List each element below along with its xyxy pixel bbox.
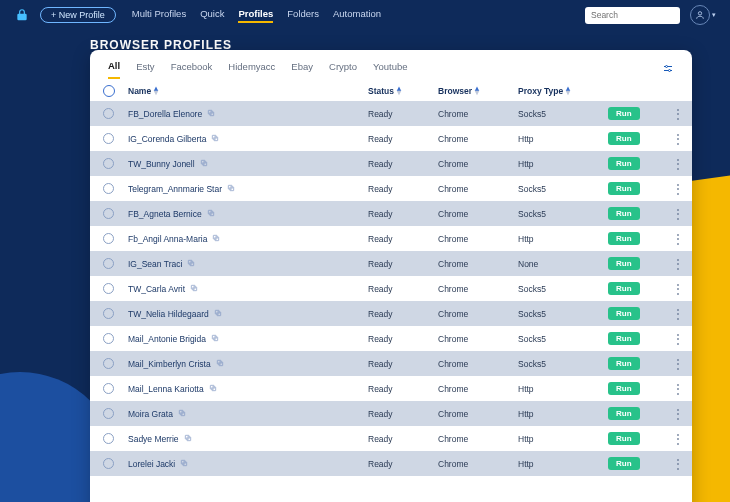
- profile-name[interactable]: TW_Carla Avrit: [128, 284, 368, 294]
- profile-name[interactable]: IG_Sean Traci: [128, 259, 368, 269]
- row-checkbox[interactable]: [103, 133, 114, 144]
- run-button[interactable]: Run: [608, 157, 640, 170]
- row-menu-icon[interactable]: ⋮: [668, 283, 688, 295]
- row-menu-icon[interactable]: ⋮: [668, 408, 688, 420]
- row-checkbox[interactable]: [103, 283, 114, 294]
- row-menu-icon[interactable]: ⋮: [668, 158, 688, 170]
- row-menu-icon[interactable]: ⋮: [668, 333, 688, 345]
- profile-name[interactable]: Sadye Merrie: [128, 434, 368, 444]
- search-input[interactable]: [591, 10, 674, 20]
- run-button[interactable]: Run: [608, 307, 640, 320]
- row-menu-icon[interactable]: ⋮: [668, 233, 688, 245]
- run-button[interactable]: Run: [608, 182, 640, 195]
- profile-name[interactable]: Mail_Lenna Kariotta: [128, 384, 368, 394]
- profile-name[interactable]: FB_Dorella Elenore: [128, 109, 368, 119]
- tab-facebook[interactable]: Facebook: [171, 61, 213, 78]
- profile-name[interactable]: TW_Bunny Jonell: [128, 159, 368, 169]
- nav-multi-profiles[interactable]: Multi Profiles: [132, 8, 186, 23]
- row-menu-icon[interactable]: ⋮: [668, 433, 688, 445]
- run-button[interactable]: Run: [608, 382, 640, 395]
- row-checkbox[interactable]: [103, 183, 114, 194]
- proxy-cell: Http: [518, 409, 608, 419]
- table-row: Mail_Lenna KariottaReadyChromeHttpRun⋮: [90, 376, 692, 401]
- tab-all[interactable]: All: [108, 60, 120, 79]
- profile-name[interactable]: Moira Grata: [128, 409, 368, 419]
- col-status[interactable]: Status▴▾: [368, 86, 438, 96]
- table-row: FB_Agneta BerniceReadyChromeSocks5Run⋮: [90, 201, 692, 226]
- row-checkbox[interactable]: [103, 458, 114, 469]
- copy-icon[interactable]: [190, 284, 198, 294]
- row-checkbox[interactable]: [103, 258, 114, 269]
- row-menu-icon[interactable]: ⋮: [668, 208, 688, 220]
- select-all-checkbox[interactable]: [103, 85, 115, 97]
- row-checkbox[interactable]: [103, 358, 114, 369]
- tab-crypto[interactable]: Crypto: [329, 61, 357, 78]
- run-button[interactable]: Run: [608, 282, 640, 295]
- row-checkbox[interactable]: [103, 308, 114, 319]
- run-button[interactable]: Run: [608, 357, 640, 370]
- tab-hidemyacc[interactable]: Hidemyacc: [228, 61, 275, 78]
- user-menu[interactable]: ▾: [690, 5, 716, 25]
- row-checkbox[interactable]: [103, 333, 114, 344]
- run-button[interactable]: Run: [608, 332, 640, 345]
- run-button[interactable]: Run: [608, 457, 640, 470]
- profile-name[interactable]: IG_Corenda Gilberta: [128, 134, 368, 144]
- nav-quick[interactable]: Quick: [200, 8, 224, 23]
- copy-icon[interactable]: [216, 359, 224, 369]
- profile-name[interactable]: FB_Agneta Bernice: [128, 209, 368, 219]
- copy-icon[interactable]: [227, 184, 235, 194]
- run-button[interactable]: Run: [608, 257, 640, 270]
- new-profile-button[interactable]: + New Profile: [40, 7, 116, 23]
- copy-icon[interactable]: [207, 209, 215, 219]
- nav-profiles[interactable]: Profiles: [238, 8, 273, 23]
- copy-icon[interactable]: [211, 134, 219, 144]
- copy-icon[interactable]: [207, 109, 215, 119]
- copy-icon[interactable]: [180, 459, 188, 469]
- copy-icon[interactable]: [187, 259, 195, 269]
- copy-icon[interactable]: [184, 434, 192, 444]
- row-menu-icon[interactable]: ⋮: [668, 308, 688, 320]
- row-checkbox[interactable]: [103, 408, 114, 419]
- row-menu-icon[interactable]: ⋮: [668, 358, 688, 370]
- row-checkbox[interactable]: [103, 208, 114, 219]
- row-checkbox[interactable]: [103, 383, 114, 394]
- proxy-cell: Socks5: [518, 284, 608, 294]
- copy-icon[interactable]: [200, 159, 208, 169]
- profile-name[interactable]: Telegram_Annmarie Star: [128, 184, 368, 194]
- row-checkbox[interactable]: [103, 433, 114, 444]
- profile-name[interactable]: Fb_Angil Anna-Maria: [128, 234, 368, 244]
- profile-name[interactable]: TW_Nelia Hildegaard: [128, 309, 368, 319]
- row-menu-icon[interactable]: ⋮: [668, 108, 688, 120]
- profile-name[interactable]: Mail_Kimberlyn Crista: [128, 359, 368, 369]
- copy-icon[interactable]: [209, 384, 217, 394]
- row-menu-icon[interactable]: ⋮: [668, 258, 688, 270]
- profile-name[interactable]: Mail_Antonie Brigida: [128, 334, 368, 344]
- row-checkbox[interactable]: [103, 108, 114, 119]
- run-button[interactable]: Run: [608, 207, 640, 220]
- run-button[interactable]: Run: [608, 432, 640, 445]
- row-menu-icon[interactable]: ⋮: [668, 458, 688, 470]
- profile-name[interactable]: Lorelei Jacki: [128, 459, 368, 469]
- run-button[interactable]: Run: [608, 232, 640, 245]
- row-menu-icon[interactable]: ⋮: [668, 183, 688, 195]
- copy-icon[interactable]: [211, 334, 219, 344]
- run-button[interactable]: Run: [608, 107, 640, 120]
- copy-icon[interactable]: [178, 409, 186, 419]
- copy-icon[interactable]: [214, 309, 222, 319]
- tab-esty[interactable]: Esty: [136, 61, 154, 78]
- nav-automation[interactable]: Automation: [333, 8, 381, 23]
- row-menu-icon[interactable]: ⋮: [668, 133, 688, 145]
- row-menu-icon[interactable]: ⋮: [668, 383, 688, 395]
- row-checkbox[interactable]: [103, 233, 114, 244]
- copy-icon[interactable]: [212, 234, 220, 244]
- col-name[interactable]: Name▴▾: [128, 86, 368, 96]
- row-checkbox[interactable]: [103, 158, 114, 169]
- filter-icon[interactable]: [662, 63, 674, 77]
- tab-youtube[interactable]: Youtube: [373, 61, 408, 78]
- nav-folders[interactable]: Folders: [287, 8, 319, 23]
- run-button[interactable]: Run: [608, 407, 640, 420]
- col-proxy[interactable]: Proxy Type▴▾: [518, 86, 608, 96]
- run-button[interactable]: Run: [608, 132, 640, 145]
- col-browser[interactable]: Browser▴▾: [438, 86, 518, 96]
- tab-ebay[interactable]: Ebay: [291, 61, 313, 78]
